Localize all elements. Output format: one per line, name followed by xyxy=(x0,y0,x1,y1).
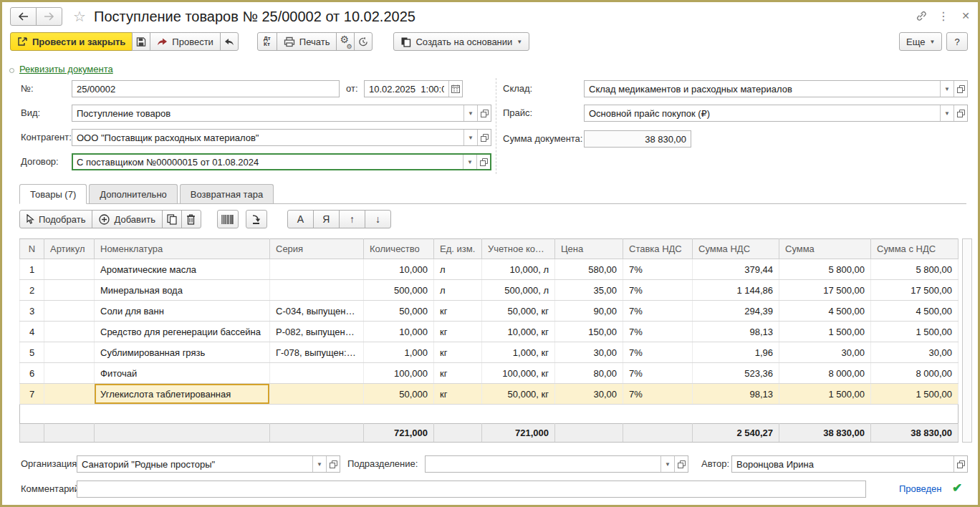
cell-qty[interactable]: 50,000 xyxy=(364,301,434,322)
vertical-scrollbar[interactable] xyxy=(962,238,972,443)
cell-price[interactable]: 30,00 xyxy=(555,384,623,405)
table-row[interactable]: 6Фиточай100,000кг100,000, кг80,007%523,3… xyxy=(20,363,959,384)
requisites-section-link[interactable]: Реквизиты документа xyxy=(19,64,113,74)
cell-unit[interactable]: кг xyxy=(434,301,482,322)
contract-input[interactable] xyxy=(73,155,463,169)
cell-series[interactable] xyxy=(270,384,364,405)
table-row[interactable]: 5Сублимированная грязьГ-078, выпущен:…1,… xyxy=(20,342,959,363)
cell-sum_with_vat[interactable]: 17 500,00 xyxy=(871,280,959,301)
cell-n[interactable]: 3 xyxy=(20,301,44,322)
save-button[interactable] xyxy=(132,32,150,51)
comment-field[interactable] xyxy=(77,481,866,498)
cell-vat_rate[interactable]: 7% xyxy=(623,322,693,342)
contractor-field[interactable]: ▼ xyxy=(72,129,491,146)
move-down-button[interactable]: ↓ xyxy=(365,210,391,228)
delete-row-button[interactable] xyxy=(181,210,201,228)
col-article[interactable]: Артикул xyxy=(44,239,95,259)
cell-qty[interactable]: 500,000 xyxy=(364,280,434,301)
cell-vat_sum[interactable]: 1,96 xyxy=(693,342,779,363)
cell-unit[interactable]: л xyxy=(434,280,482,301)
table-row[interactable]: 2Минеральная вода500,000л500,000, л35,00… xyxy=(20,280,959,301)
cell-qty[interactable]: 10,000 xyxy=(364,322,434,342)
back-button[interactable] xyxy=(10,7,37,26)
barcode-button[interactable] xyxy=(217,210,239,228)
cell-name[interactable]: Сублимированная грязь xyxy=(95,342,270,363)
chevron-down-icon[interactable]: ▼ xyxy=(940,105,953,121)
author-field[interactable] xyxy=(731,455,968,473)
tab-returnable-packaging[interactable]: Возвратная тара xyxy=(180,184,274,203)
cell-n[interactable]: 2 xyxy=(20,280,44,301)
cell-article[interactable] xyxy=(44,259,95,280)
cell-sum_with_vat[interactable]: 1 500,00 xyxy=(871,384,959,405)
cell-series[interactable]: Г-078, выпущен:… xyxy=(270,342,364,363)
col-sum[interactable]: Сумма xyxy=(779,239,871,259)
cell-sum[interactable]: 5 800,00 xyxy=(779,259,871,280)
cell-name[interactable]: Минеральная вода xyxy=(95,280,270,301)
forward-button[interactable] xyxy=(36,7,62,26)
col-unit[interactable]: Ед. изм. xyxy=(434,239,482,259)
cell-price[interactable]: 35,00 xyxy=(555,280,623,301)
cell-sum_with_vat[interactable]: 30,00 xyxy=(871,342,959,363)
col-acc-quantity[interactable]: Учетное кол-во xyxy=(482,239,555,259)
cell-acc_qty[interactable]: 10,000, л xyxy=(482,259,555,280)
cell-name[interactable]: Средство для регенерации бассейна xyxy=(95,322,270,342)
settings-gears-icon[interactable]: ⚙ ⚙ xyxy=(336,32,355,51)
cell-qty[interactable]: 10,000 xyxy=(364,259,434,280)
cell-article[interactable] xyxy=(44,384,95,405)
cell-series[interactable]: Р-082, выпущен… xyxy=(270,322,364,342)
cell-price[interactable]: 80,00 xyxy=(555,363,623,384)
col-n[interactable]: N xyxy=(20,239,44,259)
cell-qty[interactable]: 100,000 xyxy=(364,363,434,384)
cell-sum[interactable]: 1 500,00 xyxy=(779,322,871,342)
history-button[interactable] xyxy=(354,32,373,51)
comment-input[interactable] xyxy=(77,481,865,497)
cell-qty[interactable]: 50,000 xyxy=(364,384,434,405)
create-based-on-button[interactable]: Создать на основании ▼ xyxy=(393,32,529,51)
cell-article[interactable] xyxy=(44,280,95,301)
open-icon[interactable] xyxy=(674,456,688,472)
open-icon[interactable] xyxy=(953,105,967,121)
kind-input[interactable] xyxy=(72,105,463,121)
copy-row-button[interactable] xyxy=(162,210,182,228)
cell-vat_sum[interactable]: 98,13 xyxy=(693,322,779,342)
open-icon[interactable] xyxy=(326,456,340,472)
cell-name[interactable]: Углекислота таблетированная xyxy=(95,384,270,405)
cell-n[interactable]: 7 xyxy=(20,384,44,405)
print-button[interactable]: Печать xyxy=(277,32,337,51)
number-input[interactable] xyxy=(72,81,339,97)
cell-sum[interactable]: 8 000,00 xyxy=(779,363,871,384)
dtkt-button[interactable]: ДтКт xyxy=(257,32,277,51)
col-nomenclature[interactable]: Номенклатура xyxy=(95,239,270,259)
cell-acc_qty[interactable]: 500,000, л xyxy=(482,280,555,301)
cell-sum_with_vat[interactable]: 5 800,00 xyxy=(871,259,959,280)
cell-article[interactable] xyxy=(44,342,95,363)
cell-vat_rate[interactable]: 7% xyxy=(623,301,693,322)
cell-article[interactable] xyxy=(44,301,95,322)
col-sum-with-vat[interactable]: Сумма с НДС xyxy=(871,239,959,259)
cell-price[interactable]: 580,00 xyxy=(555,259,623,280)
open-icon[interactable] xyxy=(476,155,490,169)
cell-article[interactable] xyxy=(44,322,95,342)
col-price[interactable]: Цена xyxy=(555,239,623,259)
cell-unit[interactable]: кг xyxy=(434,342,482,363)
cell-price[interactable]: 90,00 xyxy=(555,301,623,322)
pick-button[interactable]: Подобрать xyxy=(19,210,92,228)
link-icon[interactable] xyxy=(913,8,929,24)
cell-name[interactable]: Ароматические масла xyxy=(95,259,270,280)
cell-vat_rate[interactable]: 7% xyxy=(623,342,693,363)
cell-vat_rate[interactable]: 7% xyxy=(623,363,693,384)
cell-series[interactable] xyxy=(270,363,364,384)
cell-series[interactable] xyxy=(270,259,364,280)
post-and-close-button[interactable]: Провести и закрыть xyxy=(10,32,133,51)
cell-unit[interactable]: л xyxy=(434,259,482,280)
favorite-star-icon[interactable]: ☆ xyxy=(73,8,86,25)
col-vat-sum[interactable]: Сумма НДС xyxy=(693,239,779,259)
cell-acc_qty[interactable]: 10,000, кг xyxy=(482,322,555,342)
cell-sum[interactable]: 1 500,00 xyxy=(779,384,871,405)
col-quantity[interactable]: Количество xyxy=(364,239,434,259)
cell-vat_sum[interactable]: 98,13 xyxy=(693,384,779,405)
cell-acc_qty[interactable]: 100,000, кг xyxy=(482,363,555,384)
cell-vat_rate[interactable]: 7% xyxy=(623,280,693,301)
department-input[interactable] xyxy=(426,456,660,472)
organization-field[interactable]: ▼ xyxy=(77,455,340,473)
